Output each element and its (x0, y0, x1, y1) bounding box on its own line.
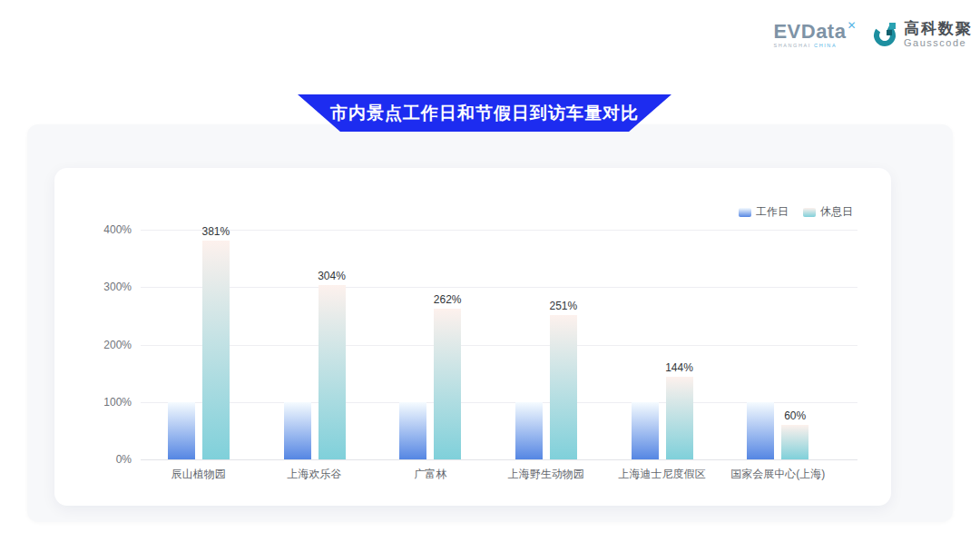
bar-wrap: 60% (781, 425, 808, 459)
bar-restday[interactable] (202, 241, 230, 459)
y-axis-tick-label: 100% (68, 396, 132, 409)
category-column: 304% (257, 168, 373, 459)
bar-restday[interactable] (434, 309, 461, 459)
bar-workday[interactable] (747, 402, 774, 459)
bar-value-label: 251% (549, 300, 577, 312)
bar-wrap (515, 402, 543, 459)
chart-card: 工作日休息日 0%100%200%300%400%381%304%262%251… (54, 168, 891, 506)
bar-restday[interactable] (550, 315, 577, 459)
bar-pair: 262% (399, 309, 461, 459)
evdata-x-icon: ✕ (847, 19, 857, 32)
bar-pair: 60% (747, 402, 808, 459)
y-axis-tick-label: 0% (68, 453, 132, 466)
bar-wrap: 144% (666, 377, 693, 459)
y-axis-tick-label: 300% (68, 281, 132, 293)
bar-wrap: 381% (202, 241, 230, 459)
bar-workday[interactable] (399, 402, 426, 459)
bar-wrap: 251% (550, 315, 577, 459)
bar-workday[interactable] (168, 402, 195, 459)
bar-chart-plot: 0%100%200%300%400%381%304%262%251%144%60… (54, 168, 891, 506)
bar-pair: 304% (284, 285, 346, 459)
gausscode-g-icon (871, 21, 898, 48)
gausscode-logo: 高科数聚 Gausscode (871, 21, 973, 48)
bar-wrap (168, 402, 195, 459)
x-axis-category-label: 上海野生动物园 (488, 467, 604, 482)
bar-value-label: 304% (318, 270, 346, 282)
bar-workday[interactable] (284, 402, 311, 459)
bar-restday[interactable] (318, 285, 346, 459)
bar-wrap (747, 402, 774, 459)
bar-pair: 251% (515, 315, 577, 459)
y-axis-tick-label: 400% (68, 223, 132, 236)
y-axis-tick-label: 200% (68, 339, 132, 351)
content-panel: 工作日休息日 0%100%200%300%400%381%304%262%251… (27, 124, 953, 522)
category-column: 381% (141, 168, 257, 459)
x-axis-category-label: 国家会展中心(上海) (720, 467, 836, 482)
bar-wrap (632, 402, 659, 459)
gausscode-cn-name: 高科数聚 (904, 21, 973, 36)
bar-wrap (399, 402, 426, 459)
evdata-subtext: SHANGHAI CHINA (773, 44, 857, 49)
evdata-logo: EVData✕ SHANGHAI CHINA (773, 20, 857, 49)
x-axis-category-label: 辰山植物园 (141, 467, 257, 482)
evdata-wordmark: EVData✕ (773, 20, 857, 42)
chart-title-banner: 市内景点工作日和节假日到访车量对比 (298, 94, 671, 132)
bar-wrap: 262% (434, 309, 461, 459)
bar-pair: 144% (632, 377, 693, 459)
bar-value-label: 60% (784, 409, 806, 422)
bar-value-label: 262% (434, 293, 462, 306)
category-column: 144% (604, 168, 720, 459)
chart-title: 市内景点工作日和节假日到访车量对比 (330, 102, 639, 125)
bar-restday[interactable] (666, 377, 693, 459)
category-column: 60% (720, 168, 836, 459)
x-axis-line (141, 459, 858, 460)
category-column: 262% (372, 168, 488, 459)
bar-value-label: 381% (201, 225, 230, 238)
bar-columns: 381%304%262%251%144%60% (141, 168, 836, 459)
bar-wrap (284, 402, 311, 459)
gausscode-en-name: Gausscode (904, 38, 973, 48)
category-column: 251% (488, 168, 604, 459)
x-axis-labels: 辰山植物园上海欢乐谷广富林上海野生动物园上海迪士尼度假区国家会展中心(上海) (141, 467, 836, 482)
x-axis-category-label: 上海欢乐谷 (257, 467, 373, 482)
header-logos: EVData✕ SHANGHAI CHINA 高科数聚 Gausscode (773, 20, 973, 49)
x-axis-category-label: 广富林 (372, 467, 488, 482)
bar-pair: 381% (168, 241, 230, 459)
bar-value-label: 144% (665, 361, 693, 374)
bar-workday[interactable] (632, 402, 659, 459)
bar-workday[interactable] (515, 402, 543, 459)
bar-wrap: 304% (318, 285, 346, 459)
x-axis-category-label: 上海迪士尼度假区 (604, 467, 720, 482)
bar-restday[interactable] (781, 425, 808, 459)
